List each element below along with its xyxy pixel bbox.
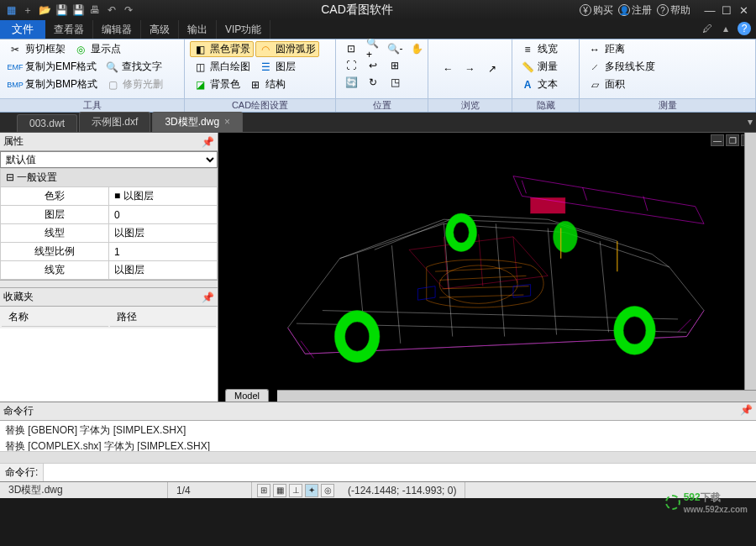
- area-button[interactable]: ▱面积: [585, 76, 750, 92]
- grid-button[interactable]: ▦: [273, 484, 286, 497]
- black-bg-button[interactable]: ◧黑色背景: [190, 41, 254, 57]
- cmd-input[interactable]: [44, 464, 756, 481]
- menubar: 文件 查看器 编辑器 高级 输出 VIP功能 🖊 ▴ ?: [0, 20, 756, 39]
- zoomout-icon: 🔍-: [388, 42, 402, 55]
- cmd-title: 命令行: [3, 404, 34, 418]
- expand-icon[interactable]: ▴: [719, 22, 732, 35]
- maximize-icon[interactable]: ☐: [719, 3, 734, 18]
- pin-icon[interactable]: 📌: [202, 136, 214, 148]
- copy-emf-button[interactable]: EMF复制为EMF格式: [5, 59, 100, 75]
- tab-2[interactable]: 3D模型.dwg×: [152, 112, 243, 132]
- smooth-arc-button[interactable]: ◠圆滑弧形: [255, 41, 319, 57]
- zoom-all-button[interactable]: ⊞: [385, 58, 405, 73]
- tab-close-icon[interactable]: ×: [224, 116, 230, 128]
- text-button[interactable]: A文本: [517, 76, 574, 92]
- redo-icon[interactable]: ↷: [121, 3, 136, 18]
- vp-restore-icon[interactable]: ❐: [726, 134, 739, 146]
- minimize-icon[interactable]: —: [702, 3, 717, 18]
- viewport-scrollbar-h[interactable]: [277, 390, 756, 402]
- tab-0[interactable]: 003.dwt: [17, 114, 77, 132]
- close-icon[interactable]: ✕: [736, 3, 751, 18]
- nav-left-button[interactable]: ←: [438, 61, 459, 76]
- nav-open-button[interactable]: ↗: [482, 61, 502, 76]
- linewidth-button[interactable]: ≡线宽: [517, 41, 574, 57]
- zoomprev-icon: ↩: [366, 59, 380, 72]
- group-measure-label: 测量: [580, 98, 755, 112]
- arc-icon: ◠: [259, 43, 272, 56]
- print-icon[interactable]: 🖶: [87, 3, 102, 18]
- bw-icon: ◫: [193, 60, 207, 74]
- text-icon: A: [521, 78, 534, 92]
- watermark: 592下载 www.592xz.com: [665, 491, 748, 514]
- menu-advanced[interactable]: 高级: [141, 20, 179, 39]
- help-link[interactable]: ?帮助: [657, 3, 690, 18]
- props-header: 属性📌: [0, 133, 218, 151]
- struct-icon: ⊞: [249, 78, 262, 92]
- osnap-button[interactable]: ◎: [321, 484, 334, 497]
- trim-frame-button[interactable]: ✂剪切框架: [5, 41, 69, 57]
- tabs-dropdown-icon[interactable]: ▾: [748, 116, 753, 128]
- zoom-extents-button[interactable]: ⛶: [341, 58, 361, 73]
- group-hide-label: 隐藏: [512, 98, 579, 112]
- menu-file[interactable]: 文件: [0, 20, 45, 39]
- menu-editor[interactable]: 编辑器: [93, 20, 141, 39]
- trim-light-button[interactable]: ▢修剪光删: [102, 76, 166, 92]
- measure-icon: 📏: [521, 60, 534, 74]
- layers-button[interactable]: ☰图层: [255, 59, 299, 75]
- bg-color-button[interactable]: ◪背景色: [190, 76, 244, 92]
- menu-output[interactable]: 输出: [179, 20, 217, 39]
- help-small-icon[interactable]: ?: [738, 22, 751, 35]
- tab-1[interactable]: 示例图.dxf: [79, 112, 150, 132]
- model-tab[interactable]: Model: [225, 389, 269, 402]
- menu-vip[interactable]: VIP功能: [217, 20, 270, 39]
- command-panel: 命令行📌 替换 [GBENOR] 字体为 [SIMPLEX.SHX] 替换 [C…: [0, 402, 756, 481]
- open-icon[interactable]: 📂: [37, 3, 52, 18]
- ribbon: ✂剪切框架 ◎显示点 EMF复制为EMF格式 🔍查找文字 BMP复制为BMP格式…: [0, 39, 756, 113]
- viewport-scrollbar-v[interactable]: [744, 133, 756, 390]
- snap-button[interactable]: ⊞: [257, 484, 270, 497]
- zoom-prev-button[interactable]: ↩: [363, 58, 383, 73]
- emf-icon: EMF: [8, 60, 22, 74]
- pan-button[interactable]: ✋: [407, 41, 427, 56]
- orbit-button[interactable]: ↻: [363, 75, 383, 90]
- rotate3d-button[interactable]: 🔄: [341, 75, 361, 90]
- document-tabs: 003.dwt 示例图.dxf 3D模型.dwg× ▾: [0, 113, 756, 133]
- menu-viewer[interactable]: 查看器: [45, 20, 93, 39]
- app-icon: ▦: [3, 3, 18, 18]
- new-icon[interactable]: ＋: [20, 3, 35, 18]
- zoom-in-button[interactable]: 🔍+: [363, 41, 383, 56]
- pin-icon[interactable]: 📌: [740, 404, 753, 418]
- viewport[interactable]: — ❐ ✕: [218, 133, 756, 402]
- show-point-button[interactable]: ◎显示点: [71, 41, 124, 57]
- register-link[interactable]: 👤注册: [618, 3, 652, 18]
- vp-minimize-icon[interactable]: —: [711, 134, 724, 146]
- distance-button[interactable]: ↔距离: [585, 41, 750, 57]
- bw-draw-button[interactable]: ◫黑白绘图: [190, 59, 254, 75]
- zoom-window-button[interactable]: ⊡: [341, 41, 361, 56]
- ortho-button[interactable]: ⊥: [289, 484, 302, 497]
- copy-bmp-button[interactable]: BMP复制为BMP格式: [5, 76, 101, 92]
- struct-button[interactable]: ⊞结构: [245, 76, 289, 92]
- polylen-button[interactable]: ⟋多段线长度: [585, 59, 750, 75]
- measure-button[interactable]: 📏测量: [517, 59, 574, 75]
- pen-icon[interactable]: 🖊: [701, 22, 714, 35]
- find-text-button[interactable]: 🔍查找文字: [102, 59, 165, 75]
- nav-right-button[interactable]: →: [460, 61, 480, 76]
- titlebar: ▦ ＋ 📂 💾 💾 🖶 ↶ ↷ CAD看图软件 ¥购买 👤注册 ?帮助 — ☐ …: [0, 0, 756, 20]
- buy-link[interactable]: ¥购买: [580, 3, 613, 18]
- polar-button[interactable]: ✦: [305, 484, 318, 497]
- pin-icon[interactable]: 📌: [202, 291, 214, 303]
- saveas-icon[interactable]: 💾: [71, 3, 86, 18]
- fav-list: [0, 328, 218, 402]
- zoom-out-button[interactable]: 🔍-: [385, 41, 405, 56]
- scissors-icon: ✂: [8, 43, 22, 56]
- props-default-select[interactable]: 默认值: [0, 151, 218, 168]
- save-icon[interactable]: 💾: [54, 3, 69, 18]
- svg-point-3: [345, 322, 370, 351]
- svg-point-5: [454, 222, 470, 243]
- undo-icon[interactable]: ↶: [104, 3, 119, 18]
- trim-icon: ▢: [106, 78, 119, 92]
- cmd-scrollbar[interactable]: [0, 451, 756, 463]
- statusbar: 3D模型.dwg 1/4 ⊞ ▦ ⊥ ✦ ◎ (-124.1448; -114.…: [0, 481, 756, 498]
- viewcube-button[interactable]: ◳: [385, 75, 405, 90]
